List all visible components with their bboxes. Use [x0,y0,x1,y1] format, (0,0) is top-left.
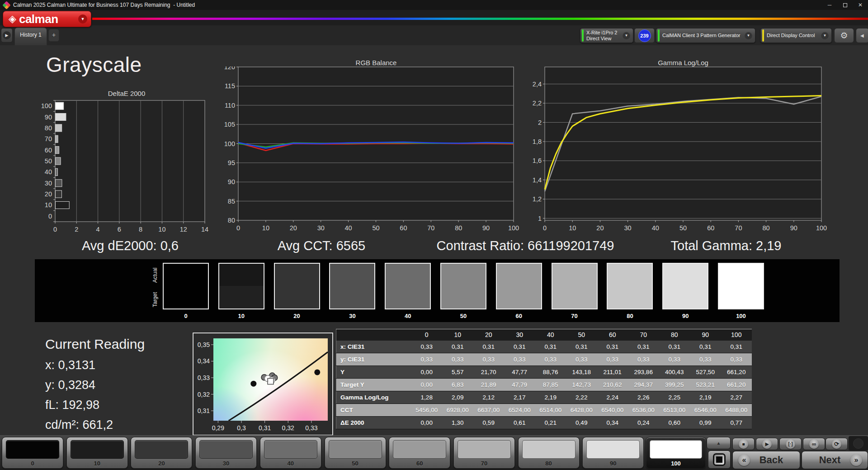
svg-text:1,8: 1,8 [533,138,542,145]
logo-dropdown-icon[interactable]: ▼ [78,14,87,24]
pattern-level-button-60[interactable]: 60 [389,437,450,469]
meter-dropdown[interactable]: X-Rite i1Pro 2 Direct View ▼ [580,28,633,43]
settings-gear-button[interactable]: ⚙ [834,28,854,43]
table-cell: 0,31 [566,341,597,353]
pattern-generator-dropdown[interactable]: CalMAN Client 3 Pattern Generator ▼ [656,28,755,43]
table-row: Gamma Log/Log1,282,092,122,172,192,222,2… [336,391,752,404]
pattern-level-button-10[interactable]: 10 [66,437,128,469]
tab-history1[interactable]: History 1 [14,27,47,45]
play-button[interactable]: ▶ [756,438,778,450]
chevrons-left-icon: « [738,454,750,466]
collapse-panel-button[interactable]: ▲ [707,437,731,449]
strip-swatch-label: 90 [662,313,708,319]
titlebar: Calman 2025 Calman Ultimate for Business… [0,0,868,10]
table-cell: 0,33 [659,353,690,366]
add-tab-button[interactable]: + [48,29,59,42]
table-cell: 0,00 [411,379,443,391]
pattern-level-swatch [458,440,511,459]
chevron-down-icon[interactable]: ▼ [745,32,752,39]
gear-icon: ⚙ [840,30,848,41]
calman-logo-button[interactable]: ◈ calman ▼ [3,11,91,27]
maximize-icon [843,3,847,7]
table-cell: 0,99 [690,417,721,429]
table-cell: 2,25 [659,391,690,404]
svg-text:1: 1 [538,215,542,222]
calman-app-icon [2,1,10,9]
table-cell: 6546,00 [690,404,721,417]
table-cell: 6,83 [442,379,473,391]
table-cell: 0,59 [473,417,505,429]
window-title: Calman 2025 Calman Ultimate for Business… [13,2,822,8]
next-button[interactable]: Next » [802,451,868,469]
pattern-level-button-40[interactable]: 40 [260,437,321,469]
table-cell: 2,09 [442,391,473,404]
results-table: 0102030405060708090100x: CIE310,330,310,… [336,329,752,429]
svg-text:0,33: 0,33 [198,374,210,381]
table-cell: 0,33 [442,353,473,366]
pattern-window-button[interactable] [708,451,731,469]
minimize-button[interactable]: ─ [822,0,837,10]
table-cell: 21,70 [473,366,505,379]
next-button-label: Next [802,454,850,466]
chevron-down-icon[interactable]: ▼ [821,32,829,39]
table-cell: 6637,00 [473,404,505,417]
pattern-level-button-30[interactable]: 30 [195,437,257,469]
svg-text:80: 80 [763,224,770,232]
strip-target-label: Target [152,287,161,312]
svg-text:90: 90 [790,224,797,232]
svg-text:1,4: 1,4 [533,176,542,184]
pattern-level-swatch [586,440,640,459]
table-row: x: CIE310,330,310,310,310,310,310,310,31… [336,341,752,353]
current-reading-cdm2: cd/m²: 661,2 [45,418,113,432]
table-cell: 2,22 [566,391,597,404]
page-title: Grayscale [46,52,142,77]
play-right-icon: ▶ [3,31,11,39]
svg-text:0,32: 0,32 [198,391,210,398]
svg-text:70: 70 [45,135,52,142]
pattern-level-button-100[interactable]: 100 [646,437,706,469]
chevron-down-icon[interactable]: ▼ [623,32,630,39]
pattern-level-button-80[interactable]: 80 [518,437,580,469]
svg-text:60: 60 [707,224,714,232]
pattern-level-button-90[interactable]: 90 [582,437,644,469]
side-panel-button[interactable]: ◀ [856,28,868,43]
table-cell: 0,31 [659,341,690,353]
table-cell: 88,76 [535,366,566,379]
close-button[interactable]: ✕ [853,0,868,10]
svg-text:0,29: 0,29 [212,424,224,432]
gamma-line-chart: 2,42,221,81,61,41,2101020304050607080901… [511,66,868,238]
refresh-button[interactable]: ⟳ [826,438,848,450]
svg-text:40: 40 [652,224,659,232]
strip-swatch-label: 100 [718,313,764,319]
table-cell: 2,19 [535,391,566,404]
table-cell: 0,49 [566,417,597,429]
display-control-dropdown[interactable]: Direct Display Control ▼ [760,28,832,43]
range-button[interactable]: [·] [779,438,802,450]
svg-text:120: 120 [224,66,235,71]
strip-swatch-label: 50 [440,313,486,319]
table-cell: 211,01 [597,366,628,379]
stop-icon: ■ [739,439,748,449]
loop-button[interactable]: ∞ [803,438,825,450]
pattern-level-button-20[interactable]: 20 [131,437,192,469]
maximize-button[interactable] [837,0,853,10]
stop-button[interactable]: ■ [732,438,755,450]
table-row-label: Gamma Log/Log [336,391,411,404]
table-cell: 0,31 [535,341,566,353]
svg-text:1,2: 1,2 [533,195,542,203]
pattern-level-button-70[interactable]: 70 [453,437,515,469]
pattern-generator-status-bar [658,29,660,42]
pattern-level-swatch [650,440,702,459]
pattern-level-label: 0 [2,460,63,467]
history-prev-button[interactable]: ▶ [1,28,13,43]
pattern-level-button-50[interactable]: 50 [325,437,386,469]
pattern-level-button-0[interactable]: 0 [2,437,63,469]
svg-text:1,6: 1,6 [533,157,542,164]
table-cell: 0,33 [504,353,535,366]
svg-text:0,32: 0,32 [282,424,294,432]
svg-text:0: 0 [543,224,547,232]
table-cell: 661,20 [721,366,752,379]
stat-contrast-ratio: Contrast Ratio: 661199201749 [412,238,638,255]
svg-text:70: 70 [427,224,434,232]
back-button[interactable]: « Back [732,451,800,469]
